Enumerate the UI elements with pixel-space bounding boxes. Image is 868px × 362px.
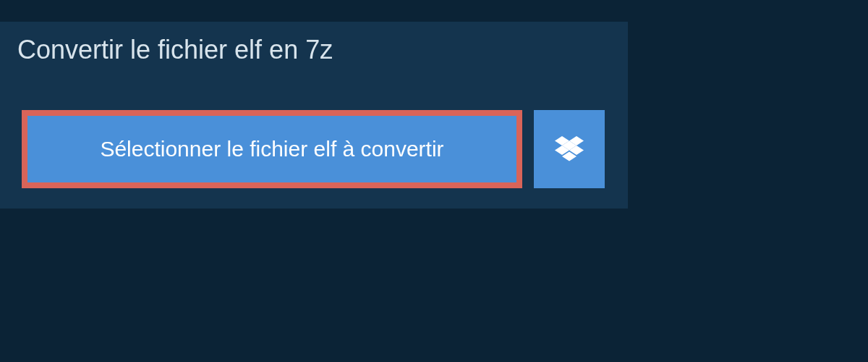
- dropbox-button[interactable]: [534, 110, 605, 188]
- select-file-button[interactable]: Sélectionner le fichier elf à convertir: [22, 110, 522, 188]
- converter-panel: Convertir le fichier elf en 7z Sélection…: [0, 22, 628, 209]
- dropbox-icon: [555, 136, 584, 162]
- action-row: Sélectionner le fichier elf à convertir: [0, 110, 628, 188]
- page-title: Convertir le fichier elf en 7z: [0, 22, 628, 78]
- select-file-label: Sélectionner le fichier elf à convertir: [100, 137, 443, 161]
